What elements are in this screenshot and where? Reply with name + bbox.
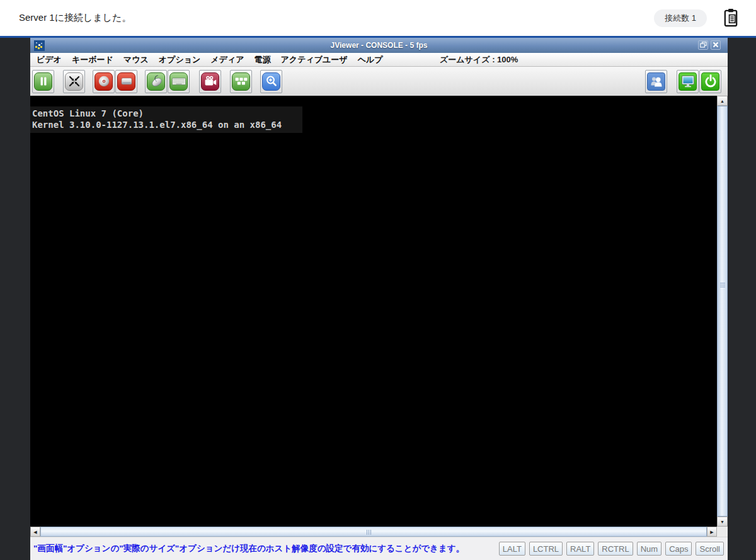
menu-item-power[interactable]: 電源 [249,54,276,66]
num-key-button[interactable]: Num [637,542,662,556]
record-video-icon [201,72,219,91]
right-arrow-icon: ▶ [710,530,713,534]
status-bar: "画面幅"オプションの"実際のサイズ"オプションだけ現在のホスト解像度の設定で有… [30,537,728,560]
scroll-grip-icon [720,283,725,289]
window-titlebar[interactable]: JViewer - CONSOLE - 5 fps [30,38,728,53]
mouse-settings-button[interactable] [145,70,167,93]
active-users-button[interactable] [645,70,667,93]
restore-window-button[interactable] [698,40,708,50]
zoom-icon [262,72,280,91]
harddisk-icon [117,72,135,91]
desktop-background: JViewer - CONSOLE - 5 fps [0,38,756,560]
vertical-scroll-thumb[interactable] [717,106,728,517]
scroll-left-button[interactable]: ◀ [30,527,40,537]
active-users-icon [647,72,665,91]
soft-keyboard-icon [232,72,250,91]
console-row: CentOS Linux 7 (Core) Kernel 3.10.0-1127… [30,96,728,527]
pause-video-button[interactable] [32,70,54,93]
horizontal-scroll-thumb[interactable] [40,527,707,537]
menu-item-keyboard[interactable]: キーボード [67,54,118,66]
keyboard-settings-button[interactable] [168,70,190,93]
window-controls [698,40,721,50]
app-header: Server 1に接続しました。 接続数 1 [0,0,756,36]
menu-item-options[interactable]: オプション [154,54,206,66]
lctrl-key-button[interactable]: LCTRL [529,542,563,556]
soft-keyboard-button[interactable] [230,70,252,93]
scrollbar-corner [717,527,728,537]
clipboard-icon [722,8,740,29]
console-line: Kernel 3.10.0-1127.13.1.el7.x86_64 on an… [32,119,302,130]
scroll-right-button[interactable]: ▶ [707,527,717,537]
caps-key-button[interactable]: Caps [665,542,692,556]
jviewer-window: JViewer - CONSOLE - 5 fps [30,38,728,560]
lalt-key-button[interactable]: LALT [499,542,525,556]
console-line: CentOS Linux 7 (Core) [32,108,302,119]
rctrl-key-button[interactable]: RCTRL [598,542,633,556]
cdrom-icon [94,72,113,91]
power-icon [701,72,719,91]
scroll-down-button[interactable]: ▼ [717,517,728,527]
down-arrow-icon: ▼ [720,520,724,524]
close-window-button[interactable] [711,40,721,50]
toolbar [30,67,728,96]
clipboard-button[interactable] [722,8,740,29]
mouse-icon [147,72,165,91]
up-arrow-icon: ▲ [720,99,724,103]
display-button[interactable] [677,70,699,93]
vertical-scrollbar[interactable]: ▲ ▼ [717,96,728,527]
horizontal-scrollbar[interactable]: ◀ ▶ [30,527,728,537]
menu-item-video[interactable]: ビデオ [32,54,67,66]
connection-count-badge: 接続数 1 [654,9,707,27]
window-title: JViewer - CONSOLE - 5 fps [30,41,728,50]
zoom-size-label: ズームサイズ : 100% [440,54,518,66]
menu-item-media[interactable]: メディア [205,54,249,66]
remote-console-screen[interactable]: CentOS Linux 7 (Core) Kernel 3.10.0-1127… [30,96,717,527]
cdrom-media-button[interactable] [93,70,115,93]
toolbar-right-group [645,70,721,93]
display-icon [679,72,697,91]
scroll-key-button[interactable]: Scroll [696,542,724,556]
menu-item-active-users[interactable]: アクティブユーザ [276,54,353,66]
power-button[interactable] [699,70,721,93]
menu-item-mouse[interactable]: マウス [118,54,154,66]
virtual-key-buttons: LALT LCTRL RALT RCTRL Num Caps Scroll [499,542,724,556]
horizontal-scroll-track[interactable] [40,527,707,537]
zoom-button[interactable] [260,70,282,93]
menu-bar: ビデオ キーボード マウス オプション メディア 電源 アクティブユーザ ヘルプ… [30,53,728,67]
connection-status-message: Server 1に接続しました。 [19,12,131,24]
keyboard-icon [169,72,188,91]
restore-window-icon [700,40,707,50]
scroll-up-button[interactable]: ▲ [717,96,728,106]
harddisk-media-button[interactable] [115,70,137,93]
ralt-key-button[interactable]: RALT [566,542,594,556]
left-arrow-icon: ◀ [33,530,37,534]
scroll-grip-icon [367,530,372,535]
console-text-block: CentOS Linux 7 (Core) Kernel 3.10.0-1127… [30,106,302,133]
jviewer-logo-icon [34,40,45,51]
close-icon [713,40,719,50]
record-video-button[interactable] [199,70,221,93]
menu-item-help[interactable]: ヘルプ [353,54,388,66]
pause-icon [34,72,52,91]
vertical-scroll-track[interactable] [717,106,728,517]
status-message: "画面幅"オプションの"実際のサイズ"オプションだけ現在のホスト解像度の設定で有… [33,543,464,554]
fullscreen-icon [65,72,83,91]
header-right-group: 接続数 1 [654,8,740,29]
fullscreen-button[interactable] [63,70,85,93]
